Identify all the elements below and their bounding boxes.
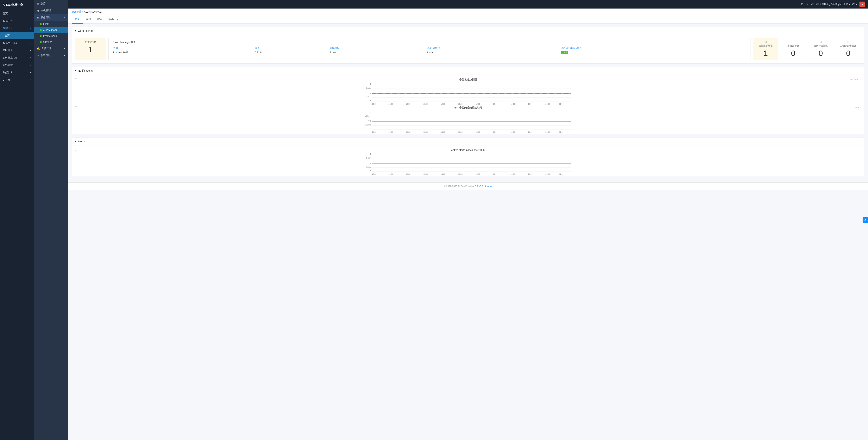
svg-text:17:00: 17:00 <box>493 173 498 175</box>
info-icon: ⓘ <box>75 106 77 109</box>
silent-alerts-value: 0 <box>839 49 858 58</box>
cluster-selector[interactable]: 大数据中台AllData_DataSophon集群 ▾ <box>810 3 850 6</box>
sidebar-alert-mgmt[interactable]: 🔔 告警管理 ▾ <box>34 45 68 52</box>
sidebar-grafana[interactable]: Grafana ⋮ <box>34 39 68 45</box>
home-icon[interactable]: ⌂ <box>806 2 808 6</box>
tab-overview[interactable]: 总览 <box>72 15 83 24</box>
nav-data-quality[interactable]: 数据质量 ▾ <box>0 69 34 76</box>
tabs-bar: 总览 实例 配置 WebUI ▾ <box>68 15 868 24</box>
chevron-down-icon: ▾ <box>64 54 65 57</box>
svg-text:12:00: 12:00 <box>406 131 410 133</box>
sidebar-toggle-button[interactable]: ⚙ <box>863 217 868 223</box>
lang-selector[interactable]: CN ▾ <box>852 3 857 6</box>
nav-data-platform[interactable]: 数据平台 ▴ <box>0 25 34 32</box>
chevron-down-icon: ▾ <box>30 79 31 81</box>
svg-text:17:00: 17:00 <box>493 103 498 105</box>
tab-config[interactable]: 配置 <box>94 15 105 24</box>
col-uptime: 在线时长 <box>328 45 426 50</box>
top-header: ⚙ ⌂ 大数据中台AllData_DataSophon集群 ▾ CN ▾ A <box>68 0 868 8</box>
svg-text:14:00: 14:00 <box>441 131 445 133</box>
chevron-down-icon[interactable]: ▾ <box>860 78 861 80</box>
breadcrumb-parent[interactable]: 服务管理 <box>72 10 81 13</box>
general-info-header[interactable]: ▾ General info <box>72 27 864 35</box>
sidebar-overview[interactable]: ⊞ 总览 <box>34 0 68 7</box>
table-row: localhost:9093 0.23.0 8 min 8 min 1.00 <box>112 50 747 55</box>
svg-text:0: 0 <box>370 162 371 164</box>
more-icon[interactable]: ⋮ <box>63 41 65 43</box>
chart1-title: 告警发送趋势图 <box>75 78 861 81</box>
tab-instance[interactable]: 实例 <box>83 15 94 24</box>
svg-text:13:00: 13:00 <box>423 131 428 133</box>
chevron-down-icon: ▾ <box>30 20 31 22</box>
svg-text:20:00: 20:00 <box>546 131 550 133</box>
alerts-body: ⓘ Active alerts in localhost:9093 1 0.50… <box>72 145 864 176</box>
main-content: ⚙ ⌂ 大数据中台AllData_DataSophon集群 ▾ CN ▾ A 服… <box>68 0 868 440</box>
svg-text:0 s: 0 s <box>369 120 371 122</box>
avatar[interactable]: A <box>860 2 865 7</box>
breadcrumb-current: ALERTMANAGER <box>84 10 103 13</box>
status-dot <box>40 23 42 25</box>
page-content: ▾ General info 在线实例数 1 ⓘ <box>68 24 868 182</box>
nav-realtime-dev[interactable]: 实时开发 ▾ <box>0 47 34 54</box>
chevron-down-icon: ▾ <box>856 3 857 6</box>
chevron-down-icon: ▾ <box>849 3 850 6</box>
general-info-body: 在线实例数 1 ⓘ AlertManager详情 <box>72 35 864 63</box>
nav-home[interactable]: 首页 <box>0 10 34 17</box>
sidebar-flink[interactable]: Flink ⋮ <box>34 21 68 27</box>
chevron-down-icon: ▾ <box>30 42 31 44</box>
footer: © 2022-2025 AllDataFounder GPL-3.0 Licen… <box>68 182 868 190</box>
info-icon: ⓘ <box>75 148 77 151</box>
info-icon: ⓘ <box>784 40 803 44</box>
nav-k8s[interactable]: 数据平台k8s ▾ <box>0 39 34 47</box>
more-icon[interactable]: ⋮ <box>63 29 65 31</box>
tab-webui[interactable]: WebUI ▾ <box>105 15 122 24</box>
chevron-down-icon[interactable]: ▾ <box>860 106 861 108</box>
alerts-chart-svg: 1 0.500 0 -0.500 -1 10:00 <box>75 153 861 172</box>
current-alerts-label: 当前告警数 <box>784 44 803 47</box>
nav-main[interactable]: 主页 <box>0 32 34 39</box>
left-sidebar: AllData数据中台 首页 数据中台 ▾ 数据平台 ▴ 主页 数据平台k8s … <box>0 0 34 440</box>
svg-text:0.500: 0.500 <box>366 157 371 159</box>
more-icon[interactable]: ⋮ <box>61 16 63 19</box>
content-area: 服务管理 / ALERTMANAGER 总览 实例 配置 WebUI ▾ ▾ G… <box>68 8 868 440</box>
svg-text:19:00: 19:00 <box>528 103 532 105</box>
nav-offline-dev[interactable]: 离线开发 ▾ <box>0 61 34 69</box>
chevron-down-icon: ▾ <box>30 64 31 66</box>
svg-text:-0.500: -0.500 <box>366 96 371 98</box>
svg-text:15:00: 15:00 <box>458 103 463 105</box>
info-icon: ⓘ <box>756 40 775 44</box>
svg-text:18:00: 18:00 <box>510 173 515 175</box>
alerts-header[interactable]: ▾ Alerts <box>72 137 864 145</box>
svg-text:-0.500: -0.500 <box>366 166 371 168</box>
sidebar-prometheus[interactable]: Prometheus ⋮ <box>34 33 68 39</box>
chevron-down-icon: ▾ <box>117 18 118 21</box>
sidebar-system-mgmt[interactable]: ⚙ 系统管理 ▾ <box>34 52 68 59</box>
settings-icon[interactable]: ⚙ <box>801 2 803 6</box>
sidebar-host-mgmt[interactable]: ▦ 主机管理 <box>34 7 68 14</box>
svg-text:-1: -1 <box>369 100 371 102</box>
notifications-chart2-svg: 1 s 500 ms 0 s -500 ms -1 s 10:00 <box>75 111 861 130</box>
chart2-legend: avg ▾ <box>856 106 861 108</box>
chevron-down-icon: ▾ <box>30 49 31 52</box>
svg-text:19:00: 19:00 <box>528 173 532 175</box>
chevron-down-icon: ▾ <box>30 57 31 59</box>
nav-bi[interactable]: BI平台 ▾ <box>0 76 34 83</box>
footer-license-link[interactable]: GPL-3.0 License <box>475 185 492 188</box>
svg-text:16:00: 16:00 <box>476 103 480 105</box>
notifications-header[interactable]: ▾ Notifications <box>72 67 864 75</box>
svg-text:12:00: 12:00 <box>406 103 410 105</box>
more-icon[interactable]: ⋮ <box>63 23 65 25</box>
sidebar-alertmanager[interactable]: AlertManager ⋮ <box>34 27 68 33</box>
nav-realtime-ide[interactable]: 实时开发IDE ▾ <box>0 54 34 61</box>
col-instance: 实例 <box>112 45 253 50</box>
nav-data-center[interactable]: 数据中台 ▾ <box>0 17 34 25</box>
notifications-chart2: ⓘ 每个告警的通知持续时间 avg ▾ 1 s 500 ms 0 s -500 … <box>75 106 861 131</box>
svg-text:19:00: 19:00 <box>528 131 532 133</box>
col-last-load: 上次加载时间 <box>426 45 559 50</box>
cluster-scale-value: 1 <box>756 49 775 58</box>
sidebar-service-mgmt[interactable]: ⊞ 服务管理 ⋮ ▴ <box>34 14 68 21</box>
more-icon[interactable]: ⋮ <box>63 35 65 37</box>
chart1-legend: avg total ▾ <box>849 78 861 80</box>
svg-text:20:00: 20:00 <box>546 103 550 105</box>
cluster-scale-card: ⓘ 告警集群规模 1 <box>753 38 778 60</box>
